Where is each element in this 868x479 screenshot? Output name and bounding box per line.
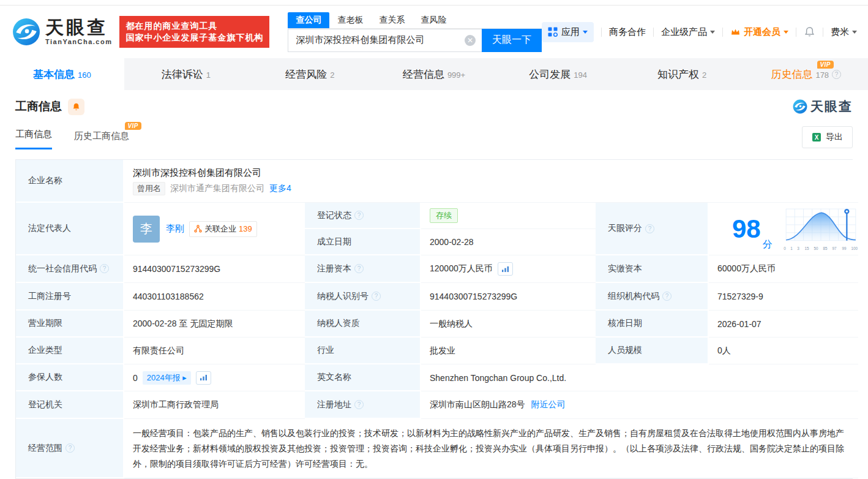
help-icon[interactable]: ?: [354, 264, 364, 273]
related-companies-badge[interactable]: 关联企业 139: [189, 221, 257, 237]
chevron-down-icon: [784, 31, 788, 34]
business-term-label: 营业期限: [16, 311, 124, 338]
header-nav: 应用 商务合作 企业级产品 开通会员 费米: [542, 22, 857, 42]
page-top-divider: [0, 0, 868, 6]
legal-rep-name-link[interactable]: 李刚: [166, 223, 184, 235]
notification-bell-icon[interactable]: [804, 26, 815, 38]
company-section-tabs: 基本信息 160 法律诉讼 1 经营风险 2 经营信息 999+ 公司发展 19…: [0, 58, 868, 90]
subtab-history-business-info[interactable]: VIP 历史工商信息: [74, 130, 129, 149]
help-icon[interactable]: ?: [100, 264, 109, 273]
vip-badge: VIP: [817, 61, 834, 69]
registered-address-cell: 深圳市南山区朗山路28号 附近公司: [421, 391, 858, 419]
main-content: 工商信息 天眼查 工商信息 VIP 历史工商信息 X: [0, 98, 868, 479]
subtab-business-info[interactable]: 工商信息: [15, 129, 52, 149]
network-icon: [194, 225, 202, 233]
tab-legal-proceedings[interactable]: 法律诉讼 1: [124, 58, 249, 90]
staff-size-label: 人员规模: [596, 338, 709, 364]
legal-representative-cell: 李 李刚 关联企业 139: [124, 203, 305, 255]
tab-basic-info[interactable]: 基本信息 160: [0, 58, 124, 90]
taxpayer-qualification-label: 纳税人资质: [305, 311, 421, 338]
chevron-down-icon: [710, 31, 715, 34]
subscribe-bell-button[interactable]: [68, 99, 84, 115]
business-scope-label: 经营范围?: [16, 419, 124, 478]
apps-label: 应用: [561, 26, 580, 38]
org-code-label: 组织机构代码?: [596, 283, 709, 311]
help-icon[interactable]: ?: [354, 211, 364, 220]
registered-address-label: 注册地址?: [305, 391, 421, 419]
enterprise-products-menu[interactable]: 企业级产品: [661, 26, 715, 38]
chevron-down-icon: [852, 31, 857, 34]
slogan-line1: 都在用的商业查询工具: [125, 20, 263, 32]
staff-size-value: 0人: [709, 338, 858, 364]
registration-status-cell: 存续: [421, 203, 596, 229]
business-cooperation-link[interactable]: 商务合作: [609, 26, 646, 38]
excel-icon: X: [812, 132, 821, 142]
taxpayer-id-label: 纳税人识别号?: [305, 283, 421, 311]
help-icon[interactable]: ?: [65, 443, 75, 453]
credit-code-label: 统一社会信用代码?: [16, 255, 124, 283]
search-tab-company[interactable]: 查公司: [288, 12, 329, 28]
status-badge: 存续: [430, 208, 458, 223]
tab-operation-risk[interactable]: 经营风险 2: [248, 58, 372, 90]
approval-date-label: 核准日期: [596, 311, 709, 338]
apps-menu[interactable]: 应用: [542, 22, 594, 42]
search-button[interactable]: 天眼一下: [482, 29, 542, 52]
legal-rep-avatar[interactable]: 李: [133, 216, 160, 243]
legal-representative-label: 法定代表人: [16, 203, 124, 255]
help-icon[interactable]: ?: [645, 224, 654, 233]
paid-capital-label: 实缴资本: [596, 255, 709, 283]
industry-label: 行业: [305, 338, 421, 364]
bar-chart-icon: [501, 266, 509, 273]
tab-operation-info[interactable]: 经营信息 999+: [372, 58, 496, 90]
user-menu[interactable]: 费米: [831, 26, 857, 38]
paid-capital-value: 60000万人民币: [709, 255, 858, 283]
more-former-names-link[interactable]: 更多4: [269, 183, 291, 194]
export-button[interactable]: X 导出: [802, 126, 853, 148]
tab-history-info[interactable]: VIP 历史信息 178 ?: [744, 58, 868, 90]
tab-company-development[interactable]: 公司发展 194: [496, 58, 620, 90]
help-icon[interactable]: ?: [372, 292, 381, 301]
registered-capital-label: 注册资本?: [305, 255, 421, 283]
vip-badge: VIP: [125, 122, 141, 130]
approval-date-value: 2026-01-07: [709, 311, 858, 338]
industry-value: 批发业: [421, 338, 596, 364]
search-tab-relation[interactable]: 查关系: [371, 12, 413, 28]
business-term-value: 2000-02-28 至 无固定期限: [124, 311, 305, 338]
help-icon[interactable]: ?: [662, 292, 672, 301]
score-chart-axis: 0131550859799100: [784, 246, 858, 251]
clear-search-icon[interactable]: ✕: [465, 35, 476, 46]
insured-trend-chart-button[interactable]: [196, 371, 211, 385]
help-icon[interactable]: ?: [832, 70, 841, 79]
help-icon[interactable]: ?: [354, 400, 364, 409]
nearby-companies-link[interactable]: 附近公司: [531, 399, 566, 410]
former-name-tag: 曾用名: [133, 182, 165, 195]
former-name: 深圳市通产集团有限公司: [170, 183, 264, 194]
org-code-value: 71527329-9: [709, 283, 858, 311]
tianyancha-watermark: 天眼查: [793, 98, 853, 115]
bar-chart-icon: [200, 374, 208, 381]
search-tab-boss[interactable]: 查老板: [329, 12, 371, 28]
section-title: 工商信息: [15, 99, 62, 115]
slogan-line2: 国家中小企业发展子基金旗下机构: [125, 32, 263, 43]
registration-number-value: 440301103188562: [124, 283, 305, 311]
tianyancha-logo[interactable]: 天眼查 TianYanCha.com: [12, 18, 112, 46]
tianyan-score-cell[interactable]: 98 分: [709, 203, 858, 255]
tianyan-score-label: 天眼评分?: [596, 203, 709, 255]
company-name: 深圳市深投控科创集团有限公司: [133, 167, 261, 179]
open-membership-button[interactable]: 开通会员: [730, 26, 788, 38]
company-name-label: 企业名称: [16, 160, 124, 203]
tab-intellectual-property[interactable]: 知识产权 2: [620, 58, 744, 90]
grid-apps-icon: [548, 27, 558, 37]
search-tab-risk[interactable]: 查风险: [413, 12, 454, 28]
company-type-label: 企业类型: [16, 338, 124, 364]
search-tabs: 查公司 查老板 查关系 查风险: [288, 12, 542, 29]
capital-trend-chart-button[interactable]: [498, 262, 513, 276]
english-name-value: Shenzhen Tongchan Group Co.,Ltd.: [421, 364, 858, 391]
annual-report-badge[interactable]: 2024年报 ▸: [143, 371, 191, 385]
established-date-label: 成立日期: [305, 229, 421, 255]
registration-status-label: 登记状态?: [305, 203, 421, 229]
score-value: 98: [732, 216, 761, 242]
search-input[interactable]: [288, 29, 482, 52]
taxpayer-qualification-value: 一般纳税人: [421, 311, 596, 338]
insured-count-cell: 0 2024年报 ▸: [124, 364, 305, 391]
